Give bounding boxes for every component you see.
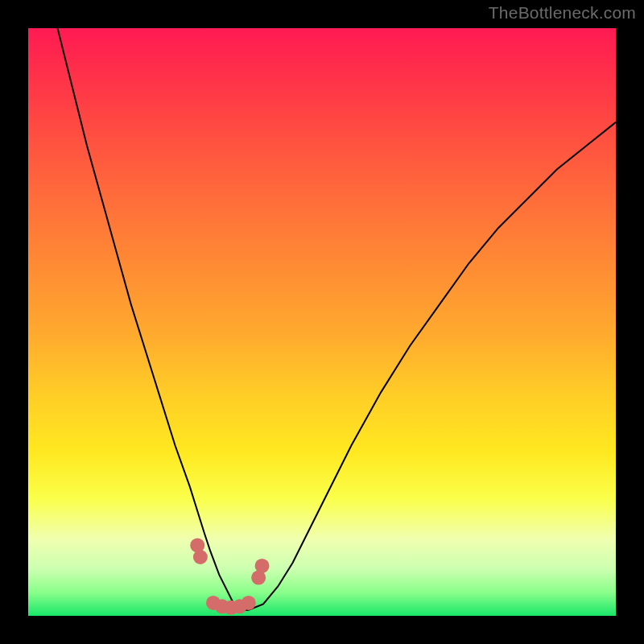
- bottleneck-curve-path: [58, 28, 617, 610]
- highlight-dot: [224, 601, 238, 615]
- highlight-dot: [206, 596, 221, 610]
- highlight-dot: [255, 559, 270, 573]
- highlight-dot: [193, 550, 208, 564]
- highlight-dot: [242, 596, 256, 610]
- highlight-dot: [251, 571, 266, 585]
- outer-frame: TheBottleneck.com: [0, 0, 644, 644]
- plot-area: [28, 28, 616, 616]
- highlight-dot: [233, 599, 247, 613]
- curve-svg: [28, 28, 616, 616]
- watermark-text: TheBottleneck.com: [489, 3, 636, 23]
- highlight-dot: [190, 538, 204, 552]
- highlight-dot: [215, 599, 229, 613]
- marker-group: [190, 538, 269, 614]
